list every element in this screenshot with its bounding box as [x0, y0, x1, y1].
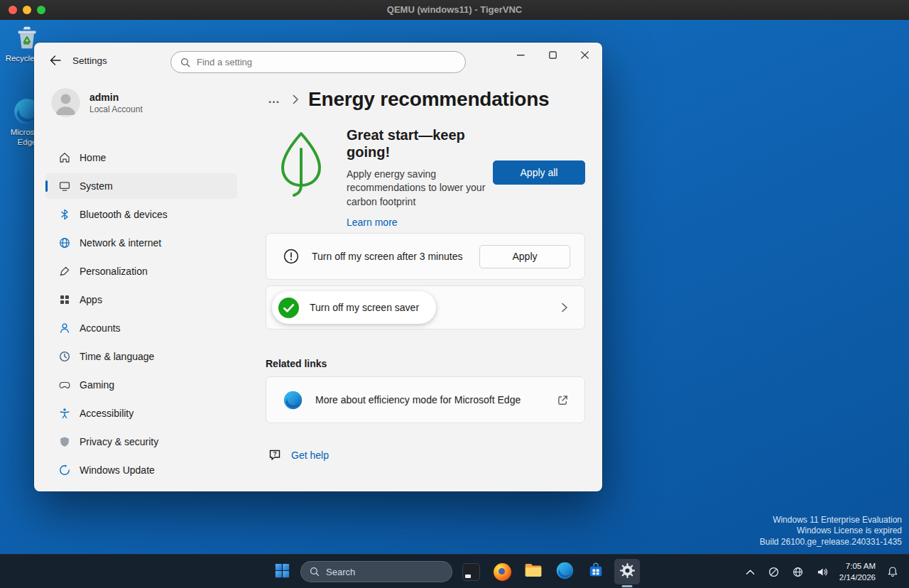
sidebar-item-label: Network & internet — [80, 237, 161, 249]
maximize-button[interactable] — [537, 43, 569, 67]
volume-icon[interactable] — [815, 565, 830, 579]
taskbar-firefox[interactable] — [489, 559, 515, 584]
minimize-button[interactable] — [505, 43, 537, 67]
account-name: admin — [89, 92, 143, 103]
clock-date: 2/14/2026 — [839, 572, 876, 583]
related-links-heading: Related links — [266, 358, 327, 369]
vnc-window-title: QEMU (windows11) - TigerVNC — [0, 0, 909, 20]
clock-time: 7:05 AM — [839, 560, 876, 572]
search-icon — [180, 58, 190, 67]
sidebar-item-network-internet[interactable]: Network & internet — [45, 230, 237, 256]
notification-bell-icon[interactable] — [885, 564, 900, 579]
globe-icon — [58, 237, 70, 249]
page-title: Energy recommendations — [308, 88, 549, 111]
sidebar-item-accounts[interactable]: Accounts — [45, 315, 237, 341]
back-button[interactable] — [47, 53, 64, 68]
edge-icon — [556, 562, 574, 582]
taskbar-microsoft-store[interactable] — [583, 559, 609, 584]
taskbar-clock[interactable]: 7:05 AM 2/14/2026 — [839, 560, 876, 583]
info-exclamation-icon — [283, 249, 299, 264]
sidebar-item-accessibility[interactable]: Accessibility — [45, 401, 237, 426]
watermark-line: Windows License is expired — [760, 526, 902, 537]
sidebar-item-privacy-security[interactable]: Privacy & security — [45, 429, 237, 454]
settings-search-box[interactable] — [170, 51, 466, 73]
shield-icon — [58, 436, 70, 448]
sidebar-item-label: Time & language — [80, 351, 154, 362]
get-help-link[interactable]: Get help — [291, 450, 329, 461]
do-not-disturb-icon[interactable] — [766, 565, 781, 579]
gamepad-icon — [58, 379, 70, 391]
hero-heading: Great start—keep going! — [347, 126, 490, 161]
sidebar-item-gaming[interactable]: Gaming — [45, 372, 237, 398]
recommendation-card-screen-saver[interactable]: Turn off my screen saver — [266, 285, 585, 330]
external-link-icon — [557, 394, 569, 406]
sidebar-item-apps[interactable]: Apps — [45, 287, 237, 312]
energy-leaf-icon — [277, 129, 325, 197]
sidebar-item-label: Home — [80, 152, 106, 163]
apps-grid-icon — [58, 294, 70, 306]
close-button[interactable] — [569, 43, 601, 67]
sidebar-item-label: System — [80, 180, 113, 192]
chevron-right-icon — [560, 302, 569, 313]
sidebar-item-label: Apps — [80, 294, 102, 305]
accessibility-icon — [58, 408, 70, 420]
home-icon — [58, 152, 70, 164]
sidebar-item-personalization[interactable]: Personalization — [45, 258, 237, 284]
check-circle-icon — [278, 298, 299, 318]
taskbar-file-explorer[interactable] — [521, 559, 546, 584]
terminal-app-icon — [462, 563, 480, 581]
tray-chevron-up-icon[interactable] — [744, 567, 757, 577]
window-title: Settings — [72, 55, 107, 66]
taskbar-center: Search — [269, 555, 640, 588]
watermark-line: Windows 11 Enterprise Evaluation — [760, 515, 902, 526]
get-help[interactable]: ? Get help — [268, 449, 329, 462]
window-controls — [505, 43, 601, 67]
sidebar-item-label: Accessibility — [80, 408, 134, 419]
taskbar-search[interactable]: Search — [300, 561, 452, 582]
network-globe-icon[interactable] — [790, 565, 805, 579]
edge-icon — [283, 391, 303, 410]
breadcrumb-ellipsis-button[interactable]: … — [266, 92, 283, 107]
license-watermark: Windows 11 Enterprise Evaluation Windows… — [760, 515, 902, 548]
taskbar-pinned-app-dark[interactable] — [458, 559, 484, 584]
brush-icon — [58, 266, 70, 278]
hero-text: Great start—keep going! Apply energy sav… — [347, 126, 490, 228]
find-a-setting-input[interactable] — [197, 57, 456, 67]
page-content: … Energy recommendations Great start—kee… — [266, 85, 585, 483]
related-link-label: More about efficiency mode for Microsoft… — [315, 394, 544, 405]
sidebar-item-label: Personalization — [80, 266, 148, 277]
related-link-card[interactable]: More about efficiency mode for Microsoft… — [266, 376, 585, 423]
minimize-window-icon[interactable] — [23, 6, 31, 14]
account-block[interactable]: admin Local Account — [51, 88, 143, 117]
close-window-icon[interactable] — [9, 6, 17, 14]
windows-logo-icon — [275, 563, 290, 581]
recommendation-label: Turn off my screen saver — [310, 302, 419, 313]
vnc-titlebar: QEMU (windows11) - TigerVNC — [0, 0, 909, 20]
system-icon — [58, 180, 70, 192]
apply-all-button[interactable]: Apply all — [493, 160, 585, 185]
taskbar-edge[interactable] — [552, 559, 577, 584]
sidebar-item-bluetooth-devices[interactable]: Bluetooth & devices — [45, 202, 237, 227]
start-button[interactable] — [269, 559, 295, 584]
watermark-line: Build 26100.ge_release.240331-1435 — [760, 537, 902, 548]
sidebar-item-system[interactable]: System — [45, 173, 237, 199]
breadcrumb-chevron-icon — [292, 94, 299, 104]
focused-setting-pill[interactable]: Turn off my screen saver — [272, 291, 436, 324]
clock-icon — [58, 351, 70, 363]
hero-description: Apply energy saving recommendations to l… — [347, 168, 490, 209]
sidebar-item-windows-update[interactable]: Windows Update — [45, 457, 237, 483]
sidebar-item-time-language[interactable]: Time & language — [45, 344, 237, 369]
apply-button[interactable]: Apply — [479, 245, 570, 268]
recommendation-label: Turn off my screen after 3 minutes — [312, 251, 479, 262]
learn-more-link[interactable]: Learn more — [347, 217, 398, 228]
screen: QEMU (windows11) - TigerVNC Recycle Bin — [0, 0, 909, 588]
taskbar: Search — [0, 554, 909, 588]
svg-text:?: ? — [273, 450, 276, 457]
recommendation-card-screen-timeout: Turn off my screen after 3 minutes Apply — [266, 233, 585, 280]
sidebar-item-home[interactable]: Home — [45, 145, 237, 170]
settings-nav: Home System Bluetooth & devices Network … — [45, 145, 237, 486]
bluetooth-icon — [58, 209, 70, 221]
taskbar-settings[interactable] — [614, 559, 640, 584]
zoom-window-icon[interactable] — [37, 6, 45, 14]
sidebar-item-label: Bluetooth & devices — [80, 209, 168, 220]
